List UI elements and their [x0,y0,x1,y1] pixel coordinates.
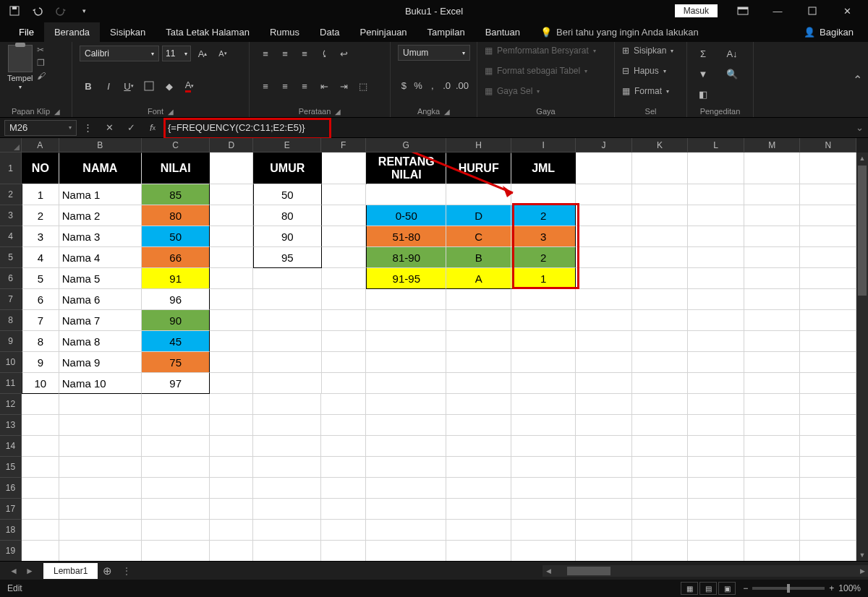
increase-indent-icon[interactable]: ⇥ [335,77,352,95]
cell[interactable] [210,373,253,394]
zoom-in-icon[interactable]: + [829,583,834,593]
row-header[interactable]: 13 [0,415,22,436]
column-header[interactable]: E [253,138,321,153]
expand-formula-bar-icon[interactable]: ⌄ [851,122,868,133]
dialog-launcher-icon[interactable]: ◢ [335,108,341,116]
cell[interactable] [59,415,142,436]
cell[interactable] [744,499,801,520]
cell[interactable] [800,415,856,436]
cell-nilai[interactable]: 91 [142,268,210,289]
zoom-slider[interactable] [752,587,825,590]
cell[interactable] [366,520,446,541]
redo-icon[interactable] [51,1,71,20]
signin-button[interactable]: Masuk [675,4,718,17]
cell-nilai[interactable]: 90 [142,310,210,331]
cell[interactable] [210,184,253,205]
cell[interactable] [321,541,366,561]
qat-customize-icon[interactable]: ▾ [74,1,94,20]
cell-nama[interactable]: Nama 2 [59,205,142,226]
cell[interactable] [688,205,744,226]
decrease-font-icon[interactable]: A▾ [214,45,231,62]
cell[interactable] [446,457,511,478]
wrap-text-icon[interactable]: ↩ [335,45,352,62]
cell[interactable] [446,520,511,541]
cell[interactable] [142,457,210,478]
fill-icon[interactable]: ▼ [694,65,712,82]
cell[interactable] [800,205,856,226]
header-rentang[interactable]: RENTANG NILAI [366,153,446,184]
cell-no[interactable]: 7 [22,310,59,331]
cell[interactable] [446,310,511,331]
row-header[interactable]: 1 [0,153,22,184]
cell[interactable] [800,184,856,205]
cell-nilai[interactable]: 85 [142,184,210,205]
cell[interactable] [576,373,632,394]
column-headers[interactable]: ABCDEFGHIJKLMN [22,138,856,153]
decrease-decimal-icon[interactable]: .00 [455,77,469,94]
cell[interactable] [688,520,744,541]
cell-nilai[interactable]: 50 [142,226,210,247]
cell[interactable] [632,373,689,394]
cell[interactable] [800,457,856,478]
increase-decimal-icon[interactable]: .0 [441,77,453,94]
cell-umur[interactable]: 95 [253,247,321,268]
row-header[interactable]: 19 [0,541,22,561]
cell[interactable] [632,226,689,247]
cell-nama[interactable]: Nama 7 [59,310,142,331]
cell[interactable] [688,415,744,436]
row-header[interactable]: 14 [0,436,22,457]
row-header[interactable]: 7 [0,289,22,310]
cell[interactable] [511,373,576,394]
font-color-button[interactable]: A▾ [181,77,198,95]
number-format-combo[interactable]: Umum▾ [398,45,470,61]
cell[interactable] [688,478,744,499]
row-header[interactable]: 9 [0,331,22,352]
cell[interactable] [576,541,632,561]
fx-icon[interactable]: fx [142,122,163,133]
cell[interactable] [22,499,59,520]
cell[interactable] [253,415,321,436]
row-header[interactable]: 3 [0,205,22,226]
column-header[interactable]: K [632,138,689,153]
cell-nilai[interactable]: 96 [142,289,210,310]
increase-font-icon[interactable]: A▴ [194,45,211,62]
merge-icon[interactable]: ⬚ [354,77,372,95]
cell[interactable] [800,394,856,415]
dialog-launcher-icon[interactable]: ◢ [444,108,450,116]
cell[interactable] [210,153,253,184]
cell[interactable] [576,352,632,373]
page-break-view-icon[interactable]: ▣ [718,582,736,595]
header-jml[interactable]: JML [511,153,576,184]
column-header[interactable]: I [511,138,576,153]
row-header[interactable]: 4 [0,226,22,247]
cell[interactable] [576,268,632,289]
cell[interactable] [366,478,446,499]
decrease-indent-icon[interactable]: ⇤ [315,77,333,95]
cell-umur[interactable] [253,268,321,289]
cut-icon[interactable]: ✂ [37,45,46,55]
minimize-button[interactable]: — [761,0,794,22]
cell[interactable] [688,268,744,289]
scroll-thumb[interactable] [858,166,867,296]
row-header[interactable]: 17 [0,499,22,520]
align-right-icon[interactable]: ≡ [296,77,313,95]
sheet-tab[interactable]: Lembar1 [43,563,98,579]
cell-huruf[interactable]: A [446,268,511,289]
cell[interactable] [632,541,689,561]
column-header[interactable]: A [22,138,59,153]
cell[interactable] [800,478,856,499]
cell[interactable] [322,289,367,310]
scroll-thumb[interactable] [567,567,610,575]
ribbon-display-icon[interactable] [726,0,760,22]
cells-area[interactable]: NONAMANILAIUMURRENTANG NILAIHURUFJML1Nam… [22,153,856,561]
column-header[interactable]: J [576,138,632,153]
column-header[interactable]: N [800,138,856,153]
cell[interactable] [321,457,366,478]
cell-nama[interactable]: Nama 8 [59,331,142,352]
column-header[interactable]: G [366,138,446,153]
cell-no[interactable]: 4 [22,247,59,268]
cell[interactable] [800,331,856,352]
cell-huruf[interactable]: B [446,247,511,268]
cell-nama[interactable]: Nama 5 [59,268,142,289]
cell-umur[interactable]: 80 [253,205,321,226]
